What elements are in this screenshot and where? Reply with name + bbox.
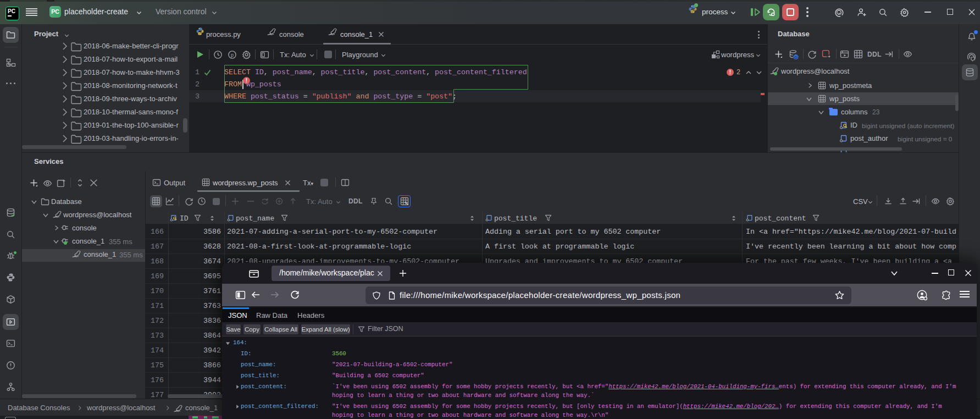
svg-text:p: p [231, 52, 234, 58]
